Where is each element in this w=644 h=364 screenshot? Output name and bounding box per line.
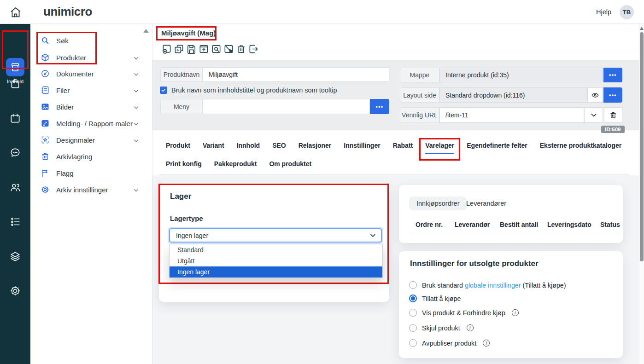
radio-button[interactable] (409, 281, 417, 289)
menu-item-label: Arkivlagring (56, 153, 92, 161)
layout-preview-button[interactable] (587, 87, 603, 103)
image-icon (41, 102, 50, 111)
tab-om-produktet[interactable]: Om produktet (269, 160, 311, 172)
layout-input[interactable]: Standard dropdown (id:116) (439, 87, 587, 103)
globale-innstillinger-link[interactable]: globale innstillinger (465, 282, 521, 289)
tab-eksterne-produktkataloger[interactable]: Eksterne produktkataloger (540, 142, 621, 154)
produktnavn-input[interactable]: Miljøavgift (203, 67, 389, 82)
tab-seo[interactable]: SEO (272, 142, 286, 154)
exit-icon[interactable] (248, 44, 259, 54)
chevron-down-icon (133, 121, 139, 127)
tab-varelager[interactable]: Varelager (425, 142, 454, 154)
meny-more-button[interactable]: ••• (370, 99, 389, 114)
delete-icon[interactable] (236, 44, 246, 54)
radio-option-avpubliser: Avpubliser produkt i (409, 339, 490, 347)
app-window: unimicro Hjelp TB Innhold Søk (0, 0, 644, 364)
vennlig-url-delete-button[interactable] (604, 107, 622, 123)
tab-innkjopsordrer[interactable]: Innkjøpsordrer (409, 196, 467, 210)
checklist-icon[interactable] (9, 216, 21, 228)
preview-icon[interactable] (211, 44, 222, 54)
menu-item-produkter[interactable]: Produkter (30, 49, 152, 66)
name-tooltip-checkbox[interactable] (160, 87, 167, 94)
users-icon[interactable] (9, 181, 21, 193)
tab-innhold[interactable]: Innhold (237, 142, 260, 154)
create-new-icon[interactable] (161, 44, 172, 54)
option-ingen-lager[interactable]: Ingen lager (170, 266, 382, 277)
help-link[interactable]: Hjelp (596, 8, 611, 16)
edit-icon (41, 119, 50, 128)
tab-egendefinerte-felter[interactable]: Egendefinerte felter (467, 142, 527, 154)
chevron-down-icon (133, 71, 139, 77)
lager-heading: Lager (170, 192, 191, 201)
mappe-input[interactable]: Interne produkt (id:35) (439, 68, 603, 82)
radio-option-tillatt: Tillatt å kjøpe (409, 295, 461, 302)
sidebar-item-innhold[interactable] (6, 58, 24, 76)
radio-label[interactable]: Bruk standard globale innstillinger (Til… (422, 282, 566, 289)
eye-icon (591, 91, 599, 99)
vennlig-url-label: Vennlig URL (400, 107, 439, 123)
sold-out-heading: Innstillinger for utsolgte produkter (410, 259, 539, 268)
top-bar: unimicro Hjelp TB (0, 0, 644, 24)
lagertype-label: Lagertype (170, 214, 203, 222)
radio-label[interactable]: Avpubliser produkt (422, 340, 476, 347)
meny-input[interactable] (203, 99, 370, 114)
layout-more-button[interactable]: ••• (603, 87, 622, 103)
layers-icon[interactable] (9, 250, 21, 262)
user-avatar[interactable]: TB (620, 5, 634, 19)
radio-label[interactable]: Tillatt å kjøpe (422, 295, 461, 302)
tab-variant[interactable]: Variant (203, 142, 224, 154)
radio-label[interactable]: Skjul produkt (422, 324, 460, 332)
menu-item-dokumenter[interactable]: Dokumenter (30, 65, 152, 82)
layout-label: Layout side (400, 87, 439, 103)
search-icon (41, 36, 50, 45)
calendar-icon[interactable] (9, 112, 21, 124)
unpublish-icon[interactable] (223, 44, 234, 54)
chat-icon[interactable] (9, 147, 21, 159)
radio-button-selected[interactable] (409, 295, 417, 302)
menu-item-label: Produkter (56, 54, 86, 62)
shopping-bag-icon[interactable] (9, 78, 21, 90)
option-standard[interactable]: Standard (170, 244, 382, 255)
tab-leverandorer[interactable]: Leverandører (459, 196, 514, 210)
lagertype-select[interactable]: Ingen lager (169, 228, 382, 243)
tab-relasjoner[interactable]: Relasjoner (299, 142, 332, 154)
scrollbar-thumb[interactable] (640, 32, 644, 261)
vennlig-url-dropdown-button[interactable] (584, 107, 603, 123)
duplicate-icon[interactable] (174, 44, 184, 54)
menu-item-arkivlagring[interactable]: Arkivlagring (30, 148, 152, 165)
save-icon[interactable] (186, 44, 197, 54)
radio-button[interactable] (409, 309, 417, 317)
menu-item-arkiv-innstillinger[interactable]: Arkiv innstillinger (30, 181, 152, 198)
settings-icon[interactable] (9, 285, 21, 297)
menu-item-designmaler[interactable]: Designmaler (30, 132, 152, 148)
menu-item-melding-rapport-maler[interactable]: Melding- / Rapport-maler (30, 115, 152, 132)
publish-icon[interactable] (199, 44, 209, 54)
menu-item-bilder[interactable]: Bilder (30, 98, 152, 115)
tab-print-konfig[interactable]: Print konfig (166, 160, 202, 172)
tab-innstillinger[interactable]: Innstillinger (344, 142, 380, 154)
menu-item-flagg[interactable]: Flagg (30, 165, 152, 181)
column-header-bestilt-antall: Bestilt antall (500, 221, 538, 228)
page-title: Miljøavgift (Mag) (161, 29, 216, 37)
name-tooltip-checkbox-label[interactable]: Bruk navn som innholdstittel og produktn… (171, 87, 337, 94)
info-icon[interactable]: i (512, 309, 519, 316)
chevron-down-icon (133, 55, 139, 61)
home-icon[interactable] (9, 6, 22, 18)
radio-button[interactable] (409, 339, 417, 347)
scrollbar-up-arrow[interactable] (640, 27, 644, 30)
tab-rabatt[interactable]: Rabatt (393, 142, 413, 154)
tab-pakkeprodukt[interactable]: Pakkeprodukt (214, 160, 257, 172)
info-icon[interactable]: i (467, 324, 474, 331)
menu-item-filer[interactable]: Filer (30, 82, 152, 98)
radio-label[interactable]: Vis produkt & Forhindre kjøp (422, 309, 505, 317)
tab-produkt[interactable]: Produkt (166, 142, 190, 154)
vennlig-url-input[interactable]: /item-11 (439, 107, 584, 123)
mappe-more-button[interactable]: ••• (603, 68, 622, 82)
radio-button[interactable] (409, 324, 417, 332)
info-icon[interactable]: i (483, 340, 490, 347)
menu-item-sok[interactable]: Søk (30, 32, 152, 49)
flag-icon (41, 168, 50, 178)
primary-sidebar: Innhold (0, 24, 30, 364)
option-utgatt[interactable]: Utgått (170, 255, 382, 266)
chevron-down-icon (133, 104, 139, 110)
